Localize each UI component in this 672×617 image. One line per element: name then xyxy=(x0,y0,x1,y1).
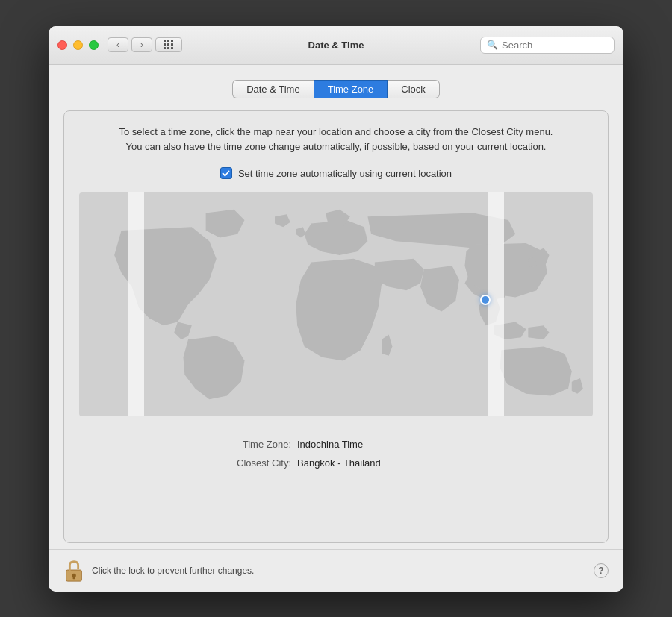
checkmark-icon xyxy=(222,169,230,178)
grid-button[interactable] xyxy=(155,37,182,52)
main-window: ‹ › Date & Time 🔍 Date & Time Time Zone … xyxy=(49,26,623,592)
panel: To select a time zone, click the map nea… xyxy=(63,110,609,543)
bottom-bar: Click the lock to prevent further change… xyxy=(49,549,623,592)
content-area: Date & Time Time Zone Clock To select a … xyxy=(49,65,623,543)
timezone-label: Time Zone: xyxy=(202,439,291,450)
timezone-value: Indochina Time xyxy=(297,439,363,450)
lock-icon[interactable] xyxy=(63,559,84,583)
auto-timezone-label: Set time zone automatically using curren… xyxy=(238,168,452,179)
traffic-lights xyxy=(57,40,99,50)
lock-label: Click the lock to prevent further change… xyxy=(92,566,586,576)
window-title: Date & Time xyxy=(308,40,364,51)
titlebar: ‹ › Date & Time 🔍 xyxy=(49,26,623,65)
timezone-strip-right xyxy=(488,192,504,416)
map-container[interactable] xyxy=(79,192,593,416)
auto-timezone-row: Set time zone automatically using curren… xyxy=(79,167,593,179)
timezone-strip-left xyxy=(128,192,144,416)
location-pin xyxy=(480,295,491,305)
tab-time-zone[interactable]: Time Zone xyxy=(314,80,388,98)
close-button[interactable] xyxy=(57,40,67,50)
tab-clock[interactable]: Clock xyxy=(388,80,440,98)
closest-city-row: Closest City: Bangkok - Thailand xyxy=(202,457,470,469)
tab-date-time[interactable]: Date & Time xyxy=(232,80,314,98)
auto-timezone-checkbox[interactable] xyxy=(220,167,232,179)
timezone-row: Time Zone: Indochina Time xyxy=(202,439,470,450)
help-button[interactable]: ? xyxy=(594,563,609,578)
search-input[interactable] xyxy=(502,40,608,51)
closest-city-value: Bangkok - Thailand xyxy=(297,457,381,469)
description-line2: You can also have the time zone change a… xyxy=(79,140,593,155)
forward-button[interactable]: › xyxy=(131,37,152,52)
tab-bar: Date & Time Time Zone Clock xyxy=(63,80,609,98)
search-box[interactable]: 🔍 xyxy=(480,37,615,54)
world-map xyxy=(79,192,593,416)
minimize-button[interactable] xyxy=(73,40,83,50)
description-line1: To select a time zone, click the map nea… xyxy=(79,125,593,140)
back-button[interactable]: ‹ xyxy=(108,37,128,52)
nav-buttons: ‹ › xyxy=(108,37,152,52)
info-section: Time Zone: Indochina Time Closest City: … xyxy=(79,431,593,476)
search-icon: 🔍 xyxy=(487,40,498,50)
closest-city-label: Closest City: xyxy=(202,457,291,469)
description: To select a time zone, click the map nea… xyxy=(79,125,593,156)
grid-icon xyxy=(164,40,174,50)
maximize-button[interactable] xyxy=(89,40,99,50)
svg-rect-3 xyxy=(73,575,75,579)
